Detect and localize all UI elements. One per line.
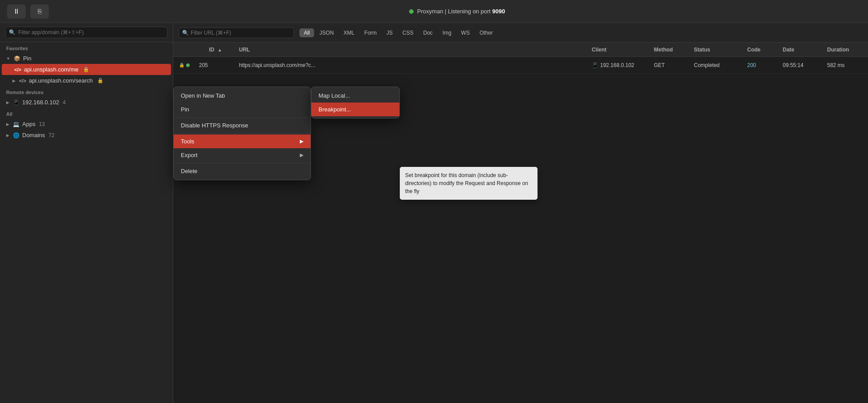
- titlebar-title: Proxyman | Listening on port 9090: [417, 8, 505, 15]
- th-date[interactable]: Date: [779, 47, 824, 53]
- domains-badge: 72: [48, 132, 54, 138]
- td-lock-dot: 🔒: [173, 63, 195, 67]
- tab-form[interactable]: Form: [360, 28, 381, 37]
- main-layout: 🔍 Favorites ▼ 📦 Pin </> api.unsplash.com…: [0, 23, 868, 403]
- tab-doc[interactable]: Doc: [419, 28, 437, 37]
- menu-separator-1: [174, 117, 311, 118]
- tab-other[interactable]: Other: [475, 28, 497, 37]
- td-url: https://api.unsplash.com/me?c...: [235, 62, 588, 68]
- sidebar-item-pin[interactable]: ▼ 📦 Pin: [0, 53, 173, 64]
- pause-button[interactable]: ⏸: [7, 4, 26, 19]
- th-duration[interactable]: Duration: [824, 47, 868, 53]
- menu-delete-label: Delete: [181, 168, 198, 174]
- remote-device-badge: 4: [63, 99, 66, 106]
- api-me-label: api.unsplash.com/me: [24, 66, 79, 73]
- th-id[interactable]: ID ▲: [195, 47, 235, 53]
- menu-item-pin[interactable]: Pin: [174, 103, 311, 116]
- submenu-item-map-local[interactable]: Map Local...: [311, 89, 399, 103]
- sidebar-search-area: 🔍: [0, 23, 173, 42]
- remote-device-label: 192.168.0.102: [22, 99, 59, 106]
- menu-open-new-tab-label: Open in New Tab: [181, 92, 225, 99]
- th-status[interactable]: Status: [690, 47, 744, 53]
- row-status-dot: [186, 63, 190, 67]
- th-client[interactable]: Client: [588, 47, 650, 53]
- tab-json[interactable]: JSON: [315, 28, 338, 37]
- sidebar-item-remote-device[interactable]: ▶ 📱 192.168.0.102 4: [0, 97, 173, 108]
- td-client: 📱 192.168.0.102: [588, 62, 650, 68]
- table-row[interactable]: 🔒 205 https://api.unsplash.com/me?c... 📱…: [173, 57, 868, 74]
- submenu-item-breakpoint[interactable]: Breakpoint...: [311, 103, 399, 116]
- pin-icon: 📦: [14, 55, 20, 62]
- tab-img[interactable]: Img: [438, 28, 456, 37]
- content-area: 🔍 All JSON XML Form JS CSS Doc Img WS Ot…: [173, 23, 868, 403]
- td-code: 200: [744, 62, 779, 68]
- tab-all[interactable]: All: [299, 28, 314, 37]
- menu-tools-label: Tools: [181, 138, 194, 145]
- td-id: 205: [195, 62, 235, 68]
- td-date: 09:55:14: [779, 62, 824, 68]
- pin-label: Pin: [23, 55, 32, 62]
- domains-icon: 🌐: [13, 132, 20, 138]
- apps-icon: 💻: [13, 121, 20, 127]
- domains-chevron: ▶: [6, 133, 9, 138]
- status-dot: [409, 9, 414, 14]
- tab-css[interactable]: CSS: [398, 28, 418, 37]
- td-duration: 582 ms: [824, 62, 868, 68]
- th-url[interactable]: URL: [235, 47, 588, 53]
- tab-ws[interactable]: WS: [457, 28, 474, 37]
- context-menu[interactable]: Open in New Tab Pin Disable HTTPS Respon…: [173, 87, 311, 180]
- titlebar: ⏸ ⎘ Proxyman | Listening on port 9090: [0, 0, 868, 23]
- edit-button[interactable]: ⎘: [30, 4, 49, 19]
- filter-bar: 🔍 All JSON XML Form JS CSS Doc Img WS Ot…: [173, 23, 868, 43]
- sidebar-item-api-search[interactable]: ▶ </> api.unsplash.com/search 🔒: [0, 75, 173, 86]
- url-filter-input[interactable]: [179, 28, 294, 38]
- client-device-icon: 📱: [592, 62, 598, 68]
- th-code[interactable]: Code: [744, 47, 779, 53]
- apps-badge: 13: [39, 121, 45, 127]
- menu-export-arrow-icon: ▶: [300, 152, 303, 158]
- remote-devices-label: Remote devices: [0, 86, 173, 97]
- submenu-breakpoint-label: Breakpoint...: [319, 106, 351, 113]
- row-lock-icon: 🔒: [179, 63, 184, 67]
- api-search-lock-icon: 🔒: [97, 78, 104, 83]
- remote-device-chevron: ▶: [6, 100, 9, 105]
- menu-tools-arrow-icon: ▶: [300, 138, 303, 144]
- domains-label: Domains: [22, 132, 45, 138]
- menu-item-delete[interactable]: Delete: [174, 164, 311, 178]
- all-label: All: [0, 108, 173, 119]
- menu-item-disable-https[interactable]: Disable HTTPS Response: [174, 119, 311, 132]
- sidebar-search-input[interactable]: [5, 27, 167, 38]
- pin-chevron: ▼: [6, 56, 10, 61]
- submenu[interactable]: Map Local... Breakpoint...: [311, 87, 400, 119]
- api-search-label: api.unsplash.com/search: [29, 77, 93, 84]
- sidebar: 🔍 Favorites ▼ 📦 Pin </> api.unsplash.com…: [0, 23, 173, 403]
- menu-pin-label: Pin: [181, 106, 189, 113]
- td-method: GET: [650, 62, 690, 68]
- api-me-lock-icon: 🔒: [83, 67, 89, 72]
- sort-arrow-icon: ▲: [218, 47, 222, 52]
- tab-js[interactable]: JS: [382, 28, 397, 37]
- favorites-label: Favorites: [0, 42, 173, 53]
- th-method[interactable]: Method: [650, 47, 690, 53]
- titlebar-center: Proxyman | Listening on port 9090: [53, 8, 861, 15]
- table-header: ID ▲ URL Client Method Status Code Date …: [173, 43, 868, 57]
- sidebar-item-apps[interactable]: ▶ 💻 Apps 13: [0, 119, 173, 130]
- menu-item-export[interactable]: Export ▶: [174, 148, 311, 162]
- menu-item-tools[interactable]: Tools ▶: [174, 134, 311, 148]
- tab-xml[interactable]: XML: [339, 28, 359, 37]
- sidebar-item-domains[interactable]: ▶ 🌐 Domains 72: [0, 130, 173, 141]
- td-status: Completed: [690, 62, 744, 68]
- menu-separator-2: [174, 133, 311, 134]
- api-search-chevron: ▶: [12, 79, 16, 83]
- apps-chevron: ▶: [6, 122, 9, 126]
- menu-separator-3: [174, 163, 311, 163]
- filter-tabs: All JSON XML Form JS CSS Doc Img WS Othe…: [299, 28, 497, 37]
- sidebar-item-api-me[interactable]: </> api.unsplash.com/me 🔒: [2, 64, 171, 75]
- sidebar-search-icon: 🔍: [9, 29, 16, 36]
- remote-device-icon: 📱: [13, 99, 20, 106]
- api-search-icon: </>: [19, 78, 26, 83]
- pause-icon: ⏸: [13, 8, 20, 16]
- menu-disable-https-label: Disable HTTPS Response: [181, 122, 248, 129]
- menu-item-open-new-tab[interactable]: Open in New Tab: [174, 89, 311, 103]
- edit-icon: ⎘: [38, 8, 42, 15]
